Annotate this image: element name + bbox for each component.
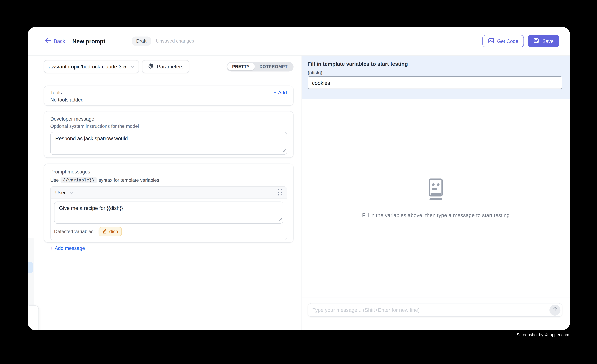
prompt-messages-title: Prompt messages: [50, 169, 287, 174]
hint-prefix: Use: [50, 177, 59, 183]
developer-message-input[interactable]: Respond as jack sparrow would: [50, 132, 287, 155]
role-selector[interactable]: User: [55, 190, 74, 195]
developer-message-title: Developer message: [50, 116, 287, 122]
screenshot-stage: Back New prompt Draft Unsaved changes Ge…: [0, 0, 597, 364]
template-hint: Use {{variable}} syntax for template var…: [50, 177, 287, 183]
plus-icon: +: [50, 245, 53, 251]
tools-title: Tools: [50, 90, 62, 95]
page-title: New prompt: [72, 38, 105, 44]
prompt-messages-card: Prompt messages Use {{variable}} syntax …: [44, 164, 293, 243]
get-code-button[interactable]: Get Code: [482, 35, 524, 47]
model-selector-value: aws/anthropic/bedrock-claude-3-5-s...: [49, 64, 127, 69]
variable-name-label: {{dish}}: [307, 70, 562, 75]
watermark: Screenshot by Xnapper.com: [517, 333, 569, 337]
save-label: Save: [542, 38, 554, 44]
variable-chip-dish[interactable]: dish: [99, 227, 122, 236]
add-message-button[interactable]: + Add message: [50, 245, 287, 251]
edit-pencil-icon: [102, 228, 107, 235]
model-toolbar: aws/anthropic/bedrock-claude-3-5-s...: [44, 60, 293, 73]
variables-title: Fill in template variables to start test…: [307, 61, 562, 67]
message-header: User: [51, 187, 286, 198]
status-badge: Draft: [132, 37, 151, 46]
robot-face-icon: [428, 178, 444, 202]
main-split: aws/anthropic/bedrock-claude-3-5-s...: [28, 56, 570, 330]
parameters-button[interactable]: Parameters: [142, 60, 189, 73]
detected-variables-label: Detected variables:: [54, 229, 95, 234]
variable-chip-label: dish: [109, 229, 118, 234]
message-block: User Give me a recipe for {{: [50, 186, 287, 240]
hint-suffix: syntax for template variables: [99, 177, 159, 183]
variable-syntax-chip: {{variable}}: [61, 177, 97, 183]
developer-message-subtitle: Optional system instructions for the mod…: [50, 124, 287, 129]
back-button[interactable]: Back: [45, 38, 65, 44]
chevron-down-icon: [130, 63, 135, 70]
message-input[interactable]: Give me a recipe for {{dish}}: [54, 202, 283, 224]
sidebar-active-item[interactable]: [28, 262, 32, 273]
add-tool-button[interactable]: + Add: [274, 90, 287, 95]
chat-message-input[interactable]: [312, 307, 549, 313]
save-icon: [534, 38, 539, 45]
composer-bar: [307, 303, 562, 317]
toggle-dotprompt[interactable]: DOTPROMPT: [255, 63, 292, 70]
format-toggle: PRETTY DOTPROMPT: [227, 62, 293, 71]
add-message-label: Add message: [55, 245, 85, 251]
gear-icon: [148, 63, 154, 70]
unsaved-changes-note: Unsaved changes: [156, 38, 194, 44]
sidebar-popover: [28, 305, 39, 330]
back-arrow-icon: [45, 38, 51, 44]
model-selector[interactable]: aws/anthropic/bedrock-claude-3-5-s...: [44, 60, 139, 73]
resize-handle-icon[interactable]: [282, 147, 286, 154]
drag-handle[interactable]: [278, 189, 282, 196]
variable-value-input[interactable]: [307, 76, 562, 89]
toggle-pretty[interactable]: PRETTY: [227, 63, 255, 70]
arrow-up-icon: [552, 307, 558, 313]
tools-card: Tools + Add No tools added: [44, 85, 293, 106]
header-actions: Get Code Save: [482, 35, 559, 47]
get-code-label: Get Code: [497, 38, 518, 44]
developer-message-card: Developer message Optional system instru…: [44, 111, 293, 158]
template-variables-section: Fill in template variables to start test…: [302, 56, 570, 99]
save-button[interactable]: Save: [528, 35, 559, 47]
role-value: User: [55, 190, 66, 195]
add-tool-label: Add: [278, 90, 287, 95]
terminal-icon: [488, 38, 494, 45]
chevron-down-icon: [70, 190, 74, 195]
header-bar: Back New prompt Draft Unsaved changes Ge…: [28, 27, 570, 55]
parameters-label: Parameters: [157, 64, 183, 69]
tools-empty-text: No tools added: [50, 97, 287, 103]
empty-state-text: Fill in the variables above, then type a…: [362, 212, 510, 218]
composer-section: [302, 297, 570, 330]
chat-empty-area: Fill in the variables above, then type a…: [302, 99, 570, 297]
send-button[interactable]: [549, 304, 560, 315]
detected-variables-row: Detected variables: dish: [54, 227, 283, 236]
prompt-editor-panel: aws/anthropic/bedrock-claude-3-5-s...: [28, 56, 302, 330]
message-body: Give me a recipe for {{dish}} Detected v…: [51, 198, 286, 236]
back-label: Back: [54, 38, 65, 44]
app-window: Back New prompt Draft Unsaved changes Ge…: [28, 27, 570, 330]
resize-handle-icon[interactable]: [279, 216, 282, 222]
plus-icon: +: [274, 90, 276, 95]
test-panel: Fill in template variables to start test…: [302, 56, 570, 330]
